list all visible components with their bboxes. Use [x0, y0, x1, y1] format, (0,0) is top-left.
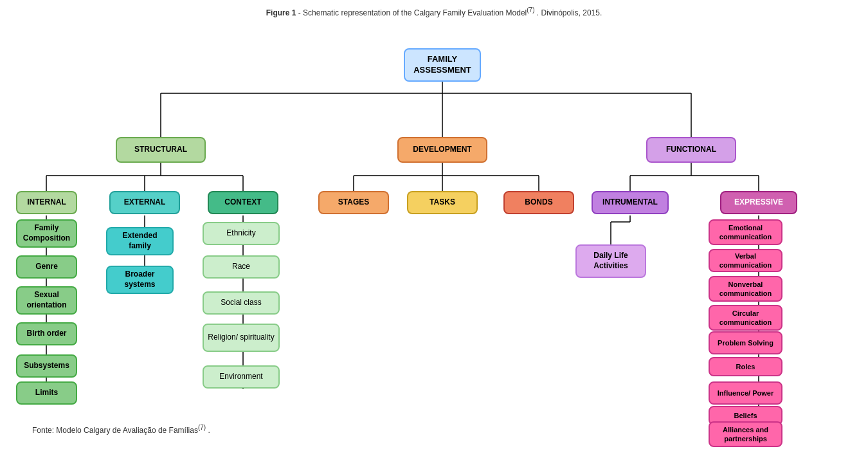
functional-node: FUNCTIONAL: [646, 137, 736, 163]
instrumental-node: INTRUMENTAL: [592, 191, 669, 214]
expressive-node: EXPRESSIVE: [720, 191, 797, 214]
daily-life-node: Daily Life Activities: [575, 244, 646, 278]
sexual-orientation-node: Sexual orientation: [16, 286, 77, 315]
footer-text: Fonte: Modelo Calgary de Avaliação de Fa…: [32, 426, 198, 435]
subsystems-node: Subsystems: [16, 354, 77, 378]
bonds-node: BONDS: [503, 191, 574, 214]
figure-title: Figure 1 - Schematic representation of t…: [13, 6, 855, 17]
environment-node: Environment: [203, 365, 280, 389]
limits-node: Limits: [16, 381, 77, 405]
nonverbal-comm-node: Nonverbal communication: [709, 276, 782, 302]
social-class-node: Social class: [203, 291, 280, 315]
context-node: CONTEXT: [208, 191, 278, 214]
problem-solving-node: Problem Solving: [709, 331, 782, 354]
roles-node: Roles: [709, 357, 782, 376]
figure-rest: . Divinópolis, 2015.: [535, 8, 602, 17]
religion-node: Religion/ spirituality: [203, 324, 280, 352]
external-node: EXTERNAL: [109, 191, 180, 214]
figure-bold: Figure 1: [266, 8, 296, 17]
emotional-comm-node: Emotional communication: [709, 219, 782, 245]
figure-sup: (7): [527, 6, 534, 14]
genre-node: Genre: [16, 255, 77, 279]
diagram-wrapper: FAMILY ASSESSMENT STRUCTURAL DEVELOPMENT…: [13, 23, 855, 421]
race-node: Race: [203, 255, 280, 279]
tasks-node: TASKS: [407, 191, 478, 214]
footer-end: .: [206, 426, 210, 435]
broader-systems-node: Broader systems: [106, 266, 174, 294]
figure-text: - Schematic representation of the Calgar…: [296, 8, 527, 17]
influence-power-node: Influence/ Power: [709, 381, 782, 405]
development-node: DEVELOPMENT: [397, 137, 487, 163]
family-composition-node: Family Composition: [16, 219, 77, 248]
circular-comm-node: Circular communication: [709, 305, 782, 331]
page-container: Figure 1 - Schematic representation of t…: [0, 0, 868, 449]
internal-node: INTERNAL: [16, 191, 77, 214]
extended-family-node: Extended family: [106, 227, 174, 255]
stages-node: STAGES: [318, 191, 389, 214]
verbal-comm-node: Verbal communication: [709, 249, 782, 272]
birth-order-node: Birth order: [16, 322, 77, 345]
structural-node: STRUCTURAL: [116, 137, 206, 163]
alliances-node: Alliances and partnerships: [709, 421, 782, 447]
footer-sup: (7): [198, 424, 206, 431]
family-assessment-node: FAMILY ASSESSMENT: [404, 48, 481, 82]
ethnicity-node: Ethnicity: [203, 222, 280, 245]
